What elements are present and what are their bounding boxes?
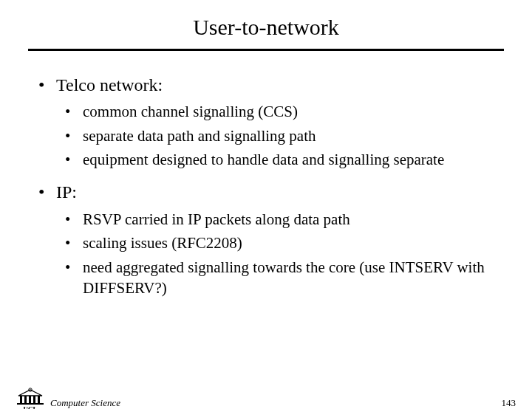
svg-rect-2 bbox=[24, 396, 27, 403]
footer-label: Computer Science bbox=[50, 397, 120, 409]
svg-rect-1 bbox=[20, 396, 22, 403]
footer: UCL Computer Science 143 bbox=[0, 388, 532, 409]
logo-text: UCL bbox=[23, 405, 37, 409]
sub-bullet-list: common channel signalling (CCS) separate… bbox=[56, 101, 502, 170]
svg-rect-3 bbox=[29, 396, 31, 403]
bullet-item: Telco network: common channel signalling… bbox=[30, 73, 502, 170]
bullet-item: IP: RSVP carried in IP packets along dat… bbox=[30, 180, 502, 298]
slide-content: Telco network: common channel signalling… bbox=[30, 73, 502, 298]
sub-bullet-item: equipment designed to handle data and si… bbox=[56, 149, 502, 170]
svg-rect-0 bbox=[17, 403, 44, 405]
sub-bullet-item: separate data path and signalling path bbox=[56, 126, 502, 146]
sub-bullet-item: RSVP carried in IP packets along data pa… bbox=[56, 209, 502, 230]
bullet-text: Telco network: bbox=[56, 75, 163, 94]
title-rule bbox=[28, 49, 504, 51]
bullet-list: Telco network: common channel signalling… bbox=[30, 73, 502, 298]
sub-bullet-item: common channel signalling (CCS) bbox=[56, 101, 502, 122]
sub-bullet-list: RSVP carried in IP packets along data pa… bbox=[56, 209, 502, 298]
bullet-text: IP: bbox=[56, 182, 77, 202]
slide-title: User-to-network bbox=[0, 15, 532, 40]
slide: User-to-network Telco network: common ch… bbox=[0, 15, 532, 409]
svg-rect-5 bbox=[38, 396, 40, 403]
sub-bullet-item: need aggregated signalling towards the c… bbox=[56, 257, 502, 299]
ucl-logo-icon: UCL bbox=[16, 387, 44, 409]
page-number: 143 bbox=[502, 397, 516, 409]
svg-rect-4 bbox=[33, 396, 35, 403]
svg-marker-6 bbox=[18, 390, 42, 396]
sub-bullet-item: scaling issues (RFC2208) bbox=[56, 233, 502, 253]
